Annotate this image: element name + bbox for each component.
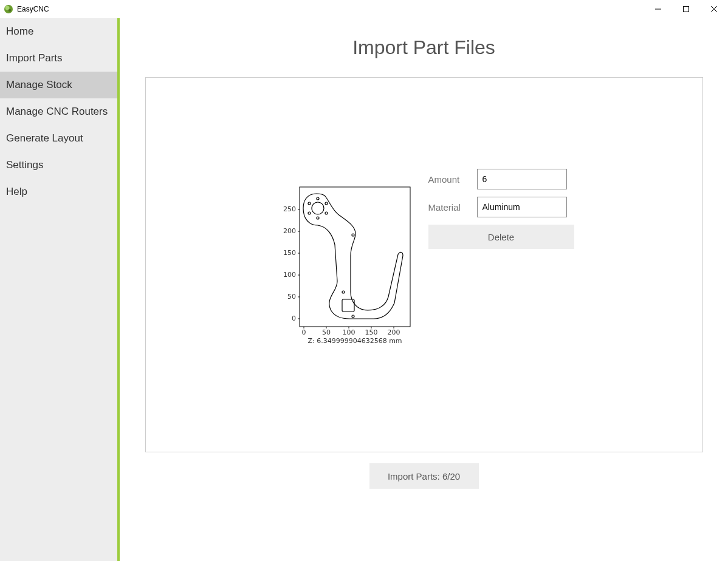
svg-point-22 xyxy=(325,212,328,214)
delete-button[interactable]: Delete xyxy=(428,225,574,249)
svg-point-27 xyxy=(342,291,345,293)
amount-label: Amount xyxy=(428,174,477,185)
x-tick-200: 200 xyxy=(387,328,400,336)
titlebar: EasyCNC xyxy=(0,0,728,18)
minimize-button[interactable] xyxy=(644,0,672,18)
window-title: EasyCNC xyxy=(17,5,49,13)
sidebar-item-manage-cnc-routers[interactable]: Manage CNC Routers xyxy=(0,98,117,125)
sidebar-item-generate-layout[interactable]: Generate Layout xyxy=(0,125,117,152)
z-label: Z: 6.349999904632568 mm xyxy=(307,337,402,345)
y-tick-250: 250 xyxy=(283,205,296,213)
sidebar: Home Import Parts Manage Stock Manage CN… xyxy=(0,18,120,561)
sidebar-item-settings[interactable]: Settings xyxy=(0,152,117,178)
amount-input[interactable] xyxy=(477,169,567,189)
sidebar-item-help[interactable]: Help xyxy=(0,178,117,205)
svg-rect-7 xyxy=(300,187,410,327)
content-frame: 0 50 100 150 200 250 xyxy=(145,77,703,452)
svg-point-24 xyxy=(308,212,311,214)
page-title: Import Part Files xyxy=(352,36,495,59)
y-tick-0: 0 xyxy=(292,314,296,322)
import-parts-button[interactable]: Import Parts: 6/20 xyxy=(369,463,479,489)
y-tick-50: 50 xyxy=(287,293,296,301)
main-content: Import Part Files 0 50 100 150 200 250 xyxy=(120,18,728,561)
sidebar-item-manage-stock[interactable]: Manage Stock xyxy=(0,72,117,98)
sidebar-item-home[interactable]: Home xyxy=(0,18,117,45)
svg-point-28 xyxy=(352,315,354,318)
svg-point-25 xyxy=(308,202,311,205)
app-icon xyxy=(4,4,13,14)
svg-rect-4 xyxy=(684,7,689,12)
y-tick-100: 100 xyxy=(283,271,296,279)
material-input[interactable] xyxy=(477,197,567,217)
svg-point-21 xyxy=(325,202,328,205)
material-label: Material xyxy=(428,202,477,212)
close-button[interactable] xyxy=(700,0,728,18)
svg-point-23 xyxy=(317,217,319,219)
part-form: Amount Material Delete xyxy=(428,169,574,249)
svg-point-19 xyxy=(312,202,324,214)
sidebar-item-import-parts[interactable]: Import Parts xyxy=(0,45,117,72)
x-tick-100: 100 xyxy=(342,328,355,336)
y-tick-150: 150 xyxy=(283,249,296,257)
x-tick-50: 50 xyxy=(322,328,331,336)
x-tick-0: 0 xyxy=(301,328,306,336)
y-tick-200: 200 xyxy=(283,227,296,235)
svg-point-2 xyxy=(9,9,11,12)
svg-point-20 xyxy=(317,197,319,200)
maximize-button[interactable] xyxy=(672,0,700,18)
x-tick-150: 150 xyxy=(365,328,377,336)
svg-point-26 xyxy=(352,234,354,236)
part-preview: 0 50 100 150 200 250 xyxy=(276,184,416,348)
